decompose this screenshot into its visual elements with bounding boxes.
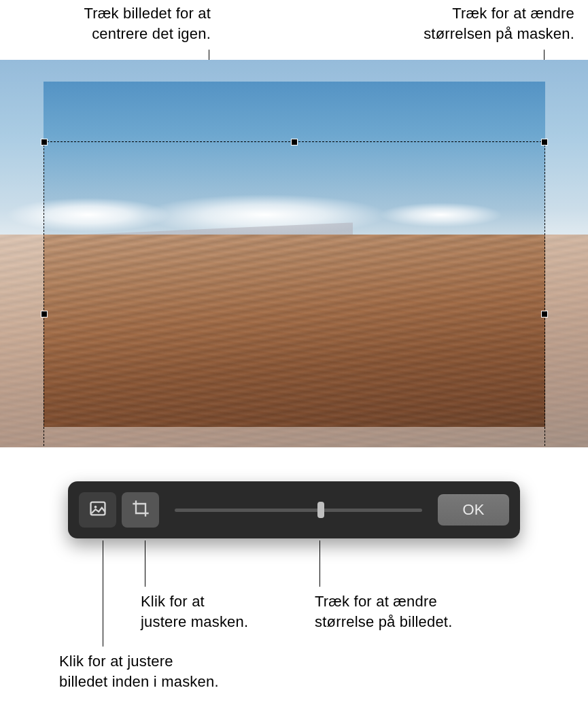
mask-selection[interactable]: [44, 141, 545, 447]
crop-mode-button[interactable]: [122, 492, 159, 528]
mask-handle-right-middle[interactable]: [541, 311, 548, 317]
callout-leader: [145, 540, 145, 587]
mask-handle-top-left[interactable]: [41, 139, 48, 145]
zoom-slider-thumb[interactable]: [317, 502, 324, 518]
callout-leader: [103, 540, 103, 647]
mask-handle-top-right[interactable]: [541, 139, 548, 145]
callout-leader: [319, 540, 320, 587]
ok-button[interactable]: OK: [438, 494, 509, 526]
image-icon: [88, 499, 107, 521]
mask-edit-toolbar: OK: [68, 481, 520, 538]
callout-drag-recenter: Træk billedet for at centrere det igen.: [20, 3, 211, 44]
image-canvas[interactable]: [0, 60, 588, 447]
callout-drag-resize-image: Træk for at ændre størrelse på billedet.: [315, 591, 539, 632]
callout-click-adjust-image-in-mask: Klik for at justere billedet inden i mas…: [59, 651, 283, 691]
zoom-slider[interactable]: [175, 500, 422, 520]
mask-handle-left-middle[interactable]: [41, 311, 48, 317]
mask-handle-top-middle[interactable]: [291, 139, 298, 145]
crop-icon: [131, 499, 150, 521]
zoom-slider-track: [175, 509, 422, 512]
svg-point-1: [94, 506, 97, 509]
callout-click-adjust-mask: Klik for at justere masken.: [141, 591, 283, 632]
image-mode-button[interactable]: [79, 492, 116, 528]
callout-drag-resize-mask: Træk for at ændre størrelsen på masken.: [323, 3, 574, 44]
